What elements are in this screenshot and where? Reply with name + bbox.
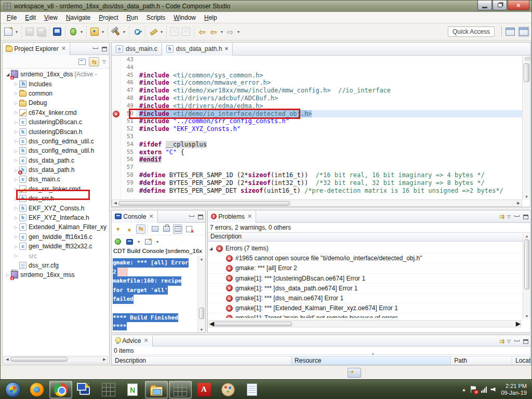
back-dropdown[interactable]: ▾ [219,26,224,37]
code-line-52[interactable]: #include "EKF_XYZ_Consts.h" [136,125,522,133]
problems-group-errors[interactable]: ◢×Errors (7 items) [208,244,522,254]
taskbar-remote-desktop-button[interactable] [73,381,96,398]
tree-item-common[interactable]: ▷common [3,89,109,98]
editor-tab-dss_main.c[interactable]: dss_main.c [112,43,162,56]
save-all-button[interactable] [35,26,47,37]
flash-dropdown[interactable]: ▾ [100,26,105,37]
forward-button[interactable]: ⇨ [224,26,236,37]
expander-icon[interactable]: ▷ [13,149,19,153]
tab-advice[interactable]: Advice ✕ [112,335,153,347]
forward-dropdown[interactable]: ▾ [236,26,241,37]
network-signal-icon[interactable] [481,387,487,393]
problem-row[interactable]: ×gmake: *** [all] Error 2 [208,263,522,273]
description-column-header[interactable]: Description [208,232,530,242]
focus-on-active-task-icon[interactable]: ⇉ [499,213,503,220]
tree-item-srrdemo_16xx_mss[interactable]: ▷srrdemo_16xx_mss [3,270,109,280]
tree-item-gen_twiddle_fft16x16.c[interactable]: ▷gen_twiddle_fft16x16.c [3,232,109,242]
tree-item-c674x_linker.cmd[interactable]: ▷c674x_linker.cmd [3,108,109,117]
editor-hscrollbar[interactable]: ◀▶ [112,200,522,207]
code-line-51[interactable]: #include "../common/srr_config_consts.h" [136,117,522,125]
ccs-edit-perspective-button[interactable] [518,26,529,37]
advice-view-menu-icon[interactable]: ▽ [507,339,511,344]
close-console-icon[interactable]: ✕ [149,213,153,220]
show-console-when-stdout-icon[interactable] [150,224,159,234]
problem-row[interactable]: ×gmake[1]: *** [Extended_Kalman_Filter_x… [208,303,522,313]
maximize-console-icon[interactable] [198,215,203,219]
taskbar-paint-button[interactable] [217,381,240,398]
tab-console[interactable]: Console ✕ [112,210,158,223]
tree-item-dss_main.c[interactable]: ▷dss_main.c [3,175,109,184]
collapse-all-icon[interactable] [78,59,86,65]
minimize-button[interactable] [477,1,492,10]
taskbar-acrobat-reader-button[interactable] [193,381,216,398]
build-button[interactable] [110,26,122,37]
taskbar-windows-explorer-button[interactable] [145,381,168,398]
clock[interactable]: 2:21 PM 09-Jan-19 [501,383,527,396]
debug-button[interactable] [68,26,79,37]
expanded-triangle-icon[interactable]: ◢ [208,246,214,251]
word-wrap-icon[interactable] [173,224,182,234]
close-advice-icon[interactable]: ✕ [143,337,148,344]
code-line-43[interactable] [136,56,522,64]
code-text[interactable]: #include <ti/common/sys_common.h>#includ… [136,56,522,200]
minimize-advice-icon[interactable] [514,340,520,341]
expander-icon[interactable]: ▷ [13,225,19,230]
close-button[interactable]: ✕ [508,1,529,10]
tree-item-src[interactable]: ▷src [3,251,109,260]
overview-ruler-mark[interactable] [525,57,530,60]
view-menu-icon[interactable]: ▽ [102,59,106,64]
taskbar-chrome-button[interactable] [49,381,72,398]
tab-project-explorer[interactable]: Project Explorer ✕ [3,43,70,55]
flash-button[interactable] [89,26,100,37]
close-tab-icon[interactable]: × [224,45,228,52]
console-output[interactable]: gmake: *** [all] Error2makefile:160: rec… [113,257,197,330]
back-to-button[interactable]: ⇦ [196,26,208,37]
menu-window[interactable]: Window [169,13,200,22]
taskbar-ccs-cube-button[interactable] [97,381,120,398]
minimize-problems-icon[interactable] [514,215,520,217]
maximize-view-icon[interactable] [102,47,107,51]
tab-problems[interactable]: ! Problems ✕ [208,210,256,223]
advice-column-description[interactable]: Description [112,356,291,365]
problem-row[interactable]: ×gmake[1]: *** [dss_data_path.oe674] Err… [208,284,522,294]
code-line-50[interactable]: #include <ti/demo/io_interface/detected_… [136,110,522,118]
menu-navigate[interactable]: Navigate [62,13,95,22]
tree-item-EKF_XYZ_Consts.h[interactable]: ▷EKF_XYZ_Consts.h [3,203,109,212]
link-with-editor-icon[interactable]: ⇆ [89,57,99,66]
code-line-47[interactable]: #include <ti/demo/xwr18xx/mmw/include/mm… [136,87,522,95]
expander-icon[interactable]: ▷ [13,139,19,143]
mark-occurrences-button[interactable] [148,26,159,37]
menu-project[interactable]: Project [95,13,122,22]
advice-column-resource[interactable]: Resource [291,356,451,365]
tree-item-Extended_Kalman_Filter_xy[interactable]: ▷Extended_Kalman_Filter_xy [3,222,109,232]
expander-icon[interactable]: ▷ [13,101,19,105]
code-line-56[interactable]: #endif [136,156,522,164]
menu-scripts[interactable]: Scripts [142,13,170,22]
close-project-explorer-icon[interactable]: ✕ [61,45,66,52]
editor-vscrollbar[interactable]: ▲ ▼ [522,56,530,200]
expander-icon[interactable]: ▷ [13,129,19,134]
minimize-view-icon[interactable] [93,47,98,49]
tree-item-EKF_XYZ_Interface.h[interactable]: ▷EKF_XYZ_Interface.h [3,213,109,222]
tree-item-dss_data_path.c[interactable]: ▷dss_data_path.c [3,156,109,165]
debug-dropdown[interactable]: ▾ [79,26,84,37]
code-line-44[interactable] [136,64,522,72]
status-launch-icon[interactable] [348,368,361,378]
quick-access-box[interactable]: Quick Access [448,26,495,37]
tree-item-Includes[interactable]: ▷Includes [3,79,109,88]
last-edit-location-button[interactable] [169,26,180,37]
mark-occurrences-dropdown[interactable]: ▾ [159,26,164,37]
editor-tab-dss_data_path.h[interactable]: dss_data_path.h× [162,43,233,56]
maximize-advice-icon[interactable] [523,339,528,344]
menu-help[interactable]: Help [200,13,221,22]
advice-focus-icon[interactable]: ⇉ [499,338,503,345]
new-button[interactable] [3,26,14,37]
advice-column-locat[interactable]: Locat [512,356,530,365]
code-line-55[interactable]: extern "C" { [136,149,522,156]
code-line-45[interactable]: #include <ti/common/sys_common.h> [136,72,522,79]
problems-view-menu-icon[interactable]: ▽ [507,214,511,219]
expander-icon[interactable]: ▷ [13,158,19,163]
console-vscrollbar[interactable]: ▲ ▼ [197,256,205,332]
back-button[interactable]: ⇦ [208,26,219,37]
taskbar-notepad-plus-plus-button[interactable] [121,381,144,398]
